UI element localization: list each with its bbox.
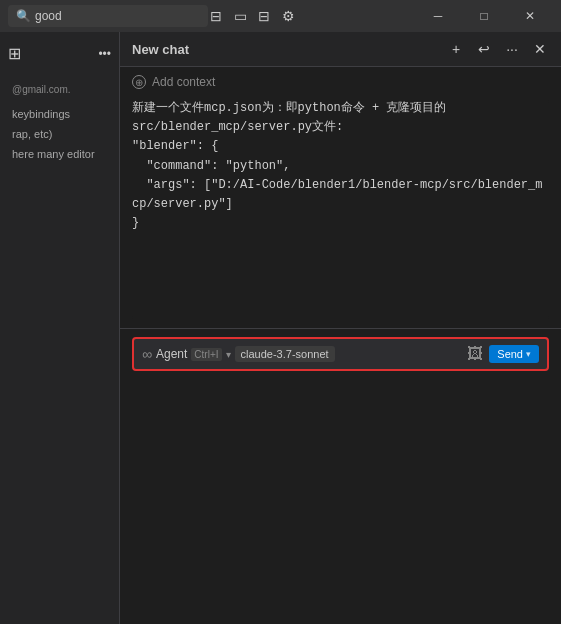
sidebar-header: ⊞ ••• — [0, 40, 119, 67]
sidebar-more-icon[interactable]: ••• — [98, 47, 111, 61]
search-input[interactable] — [35, 9, 200, 23]
maximize-button[interactable]: □ — [461, 0, 507, 32]
chat-body: ⊕ Add context 新建一个文件mcp.json为：即python命令 … — [120, 67, 561, 328]
code-block: 新建一个文件mcp.json为：即python命令 + 克隆项目的 src/bl… — [132, 99, 549, 320]
main-content: New chat + ↩ ··· ✕ ⊕ Add context 新建一个文件m… — [120, 32, 561, 624]
empty-area — [120, 379, 561, 624]
main-area: ⊞ ••• @gmail.com. keybindings rap, etc) … — [0, 32, 561, 624]
sidebar-item-rap[interactable]: rap, etc) — [0, 124, 119, 144]
sidebar-email: @gmail.com. — [0, 75, 119, 104]
add-context-icon: ⊕ — [132, 75, 146, 89]
add-context-label: Add context — [152, 75, 215, 89]
sidebar: ⊞ ••• @gmail.com. keybindings rap, etc) … — [0, 32, 120, 624]
send-dropdown-icon[interactable]: ▾ — [526, 349, 531, 359]
agent-label: Agent — [156, 347, 187, 361]
sidebar-item-keybindings[interactable]: keybindings — [0, 104, 119, 124]
add-context-row[interactable]: ⊕ Add context — [132, 75, 549, 89]
agent-shortcut: Ctrl+I — [191, 348, 221, 361]
close-button[interactable]: ✕ — [507, 0, 553, 32]
input-area: ∞ Agent Ctrl+I ▾ claude-3.7-sonnet 🖼 Sen… — [120, 328, 561, 379]
search-bar[interactable]: 🔍 — [8, 5, 208, 27]
window-buttons: ─ □ ✕ — [415, 0, 553, 32]
titlebar-icons: ⊟ ▭ ⊟ ⚙ — [208, 8, 296, 24]
sidebar-item-editor[interactable]: here many editor — [0, 144, 119, 164]
input-actions: 🖼 Send ▾ — [467, 345, 539, 363]
add-chat-icon[interactable]: + — [447, 40, 465, 58]
panel-icon[interactable]: ⊟ — [256, 8, 272, 24]
close-chat-icon[interactable]: ✕ — [531, 40, 549, 58]
chat-header-icons: + ↩ ··· ✕ — [447, 40, 549, 58]
chat-header: New chat + ↩ ··· ✕ — [120, 32, 561, 67]
sidebar-layout-icon[interactable]: ⊞ — [8, 44, 21, 63]
layout-icon[interactable]: ⊟ — [208, 8, 224, 24]
agent-dropdown-icon[interactable]: ▾ — [226, 349, 231, 360]
model-badge[interactable]: claude-3.7-sonnet — [235, 346, 335, 362]
more-options-icon[interactable]: ··· — [503, 40, 521, 58]
history-icon[interactable]: ↩ — [475, 40, 493, 58]
send-button[interactable]: Send ▾ — [489, 345, 539, 363]
image-attach-icon[interactable]: 🖼 — [467, 345, 483, 363]
minimize-button[interactable]: ─ — [415, 0, 461, 32]
search-icon: 🔍 — [16, 9, 31, 23]
input-bar: ∞ Agent Ctrl+I ▾ claude-3.7-sonnet 🖼 Sen… — [132, 337, 549, 371]
agent-section: ∞ Agent Ctrl+I ▾ claude-3.7-sonnet — [142, 346, 459, 362]
infinity-icon: ∞ — [142, 346, 152, 362]
titlebar: 🔍 ⊟ ▭ ⊟ ⚙ ─ □ ✕ — [0, 0, 561, 32]
chat-title: New chat — [132, 42, 189, 57]
settings-icon[interactable]: ⚙ — [280, 8, 296, 24]
sidebar-icon[interactable]: ▭ — [232, 8, 248, 24]
